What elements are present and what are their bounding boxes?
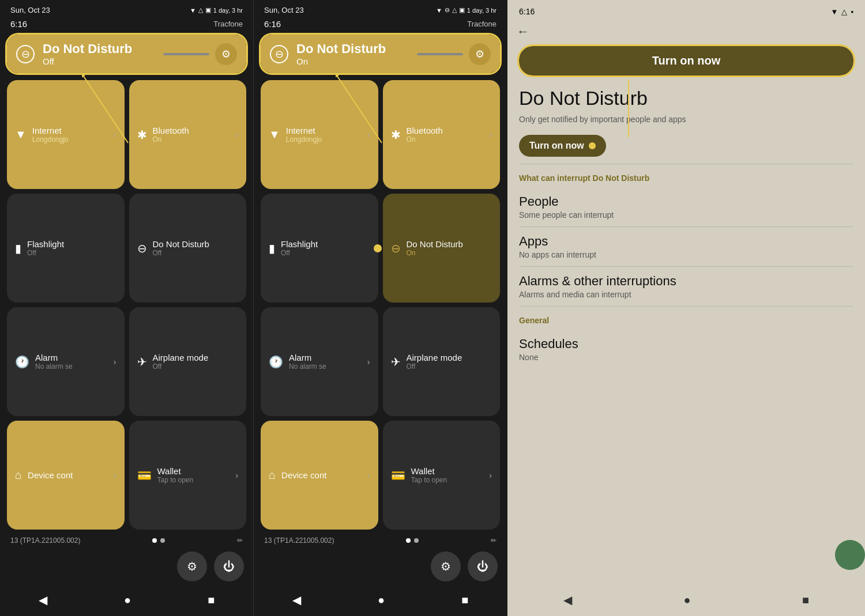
- settings-status-bar: 6:16 ▼ △ ▪: [507, 0, 865, 20]
- tile-airplane-1[interactable]: ✈ Airplane mode Off: [129, 307, 247, 416]
- airplane-tile-icon-1: ✈: [137, 355, 147, 369]
- edit-icon-2[interactable]: ✏: [491, 536, 497, 545]
- gear-button-1[interactable]: ⚙: [215, 43, 237, 65]
- wifi-icon-2: ▼: [436, 7, 442, 14]
- tiles-grid-1: ▼ Internet Longdongjo › ✱ Bluetooth On ›…: [0, 78, 253, 532]
- tile-wallet-1[interactable]: 💳 Wallet Tap to open ›: [129, 421, 247, 530]
- chevron-icon-wallet-2: ›: [489, 471, 492, 480]
- tile-bt-title-2: Bluetooth: [407, 126, 484, 135]
- edit-icon-1[interactable]: ✏: [237, 536, 243, 545]
- tile-airplane-sub-1: Off: [153, 362, 239, 371]
- tile-device-2[interactable]: ⌂ Device cont ›: [261, 421, 378, 530]
- people-heading: People: [519, 194, 853, 209]
- tile-airplane-2[interactable]: ✈ Airplane mode Off: [383, 307, 501, 416]
- tile-flashlight-text-1: Flashlight Off: [27, 239, 116, 257]
- tile-internet-1[interactable]: ▼ Internet Longdongjo ›: [7, 80, 125, 189]
- tile-device-1[interactable]: ⌂ Device cont ›: [7, 421, 125, 530]
- tile-alarm-sub-1: No alarm se: [35, 362, 108, 371]
- home-nav-2[interactable]: ●: [378, 594, 385, 607]
- tile-wallet-sub-1: Tap to open: [157, 476, 230, 484]
- turn-on-banner-label: Turn on now: [652, 54, 721, 67]
- apps-heading: Apps: [519, 234, 853, 249]
- what-can-interrupt-label: What can interrupt Do Not Disturb: [507, 164, 865, 187]
- green-fab[interactable]: [835, 540, 865, 570]
- alarms-section[interactable]: Alarms & other interruptions Alarms and …: [507, 267, 865, 306]
- people-section[interactable]: People Some people can interrupt: [507, 187, 865, 226]
- tile-bt-title-1: Bluetooth: [153, 126, 230, 135]
- back-nav-1[interactable]: ◀: [39, 593, 47, 607]
- settings-back-nav[interactable]: ◀: [563, 593, 572, 607]
- tile-flash-title-2: Flashlight: [281, 239, 370, 249]
- apps-section[interactable]: Apps No apps can interrupt: [507, 227, 865, 266]
- dnd-title-1: Do Not Disturb: [43, 41, 132, 56]
- tile-alarm-sub-2: No alarm se: [289, 362, 362, 371]
- wifi-tile-icon: ▼: [15, 128, 27, 141]
- settings-nav: ←: [507, 20, 865, 41]
- home-nav-1[interactable]: ●: [124, 594, 131, 607]
- tile-alarm-2[interactable]: 🕐 Alarm No alarm se ›: [261, 307, 378, 416]
- tile-device-text-2: Device cont: [281, 470, 362, 480]
- chevron-icon-internet-1: ›: [114, 130, 116, 139]
- turn-on-now-pill[interactable]: Turn on now: [519, 135, 606, 157]
- settings-title: Do Not Disturb: [507, 85, 865, 114]
- status-icons-1: ▼ △ ▣ 1 day, 3 hr: [190, 6, 243, 14]
- tile-device-title-2: Device cont: [281, 470, 362, 480]
- tile-dnd-text-1: Do Not Disturb Off: [153, 239, 239, 257]
- tile-device-text-1: Device cont: [28, 470, 108, 480]
- tile-dnd-1[interactable]: ⊖ Do Not Disturb Off: [129, 194, 247, 303]
- settings-time: 6:16: [519, 7, 535, 16]
- tile-flash-title-1: Flashlight: [27, 239, 116, 249]
- tile-device-title-1: Device cont: [28, 470, 108, 480]
- tile-alarm-text-1: Alarm No alarm se: [35, 353, 108, 371]
- turn-on-now-banner[interactable]: Turn on now: [519, 46, 853, 75]
- tile-alarm-title-2: Alarm: [289, 353, 362, 362]
- status-bar-1: Sun, Oct 23 ▼ △ ▣ 1 day, 3 hr: [0, 0, 253, 18]
- tile-dnd-2[interactable]: ⊖ Do Not Disturb On: [383, 194, 501, 303]
- tile-flashlight-1[interactable]: ▮ Flashlight Off: [7, 194, 125, 303]
- dnd-status-icon: ⊖: [445, 6, 450, 14]
- tile-wallet-2[interactable]: 💳 Wallet Tap to open ›: [383, 421, 501, 530]
- schedules-section[interactable]: Schedules None: [507, 330, 865, 369]
- tile-bluetooth-2[interactable]: ✱ Bluetooth On ›: [383, 80, 501, 189]
- tiles-grid-2: ▼ Internet Longdongjo › ✱ Bluetooth On ›…: [254, 78, 507, 532]
- phone-panel-1: Sun, Oct 23 ▼ △ ▣ 1 day, 3 hr 6:16 Tracf…: [0, 0, 254, 616]
- dnd-status-2: On: [296, 56, 386, 66]
- tile-alarm-1[interactable]: 🕐 Alarm No alarm se ›: [7, 307, 125, 416]
- dnd-header-2[interactable]: ⊖ Do Not Disturb On ⚙: [261, 35, 500, 73]
- tile-internet-2[interactable]: ▼ Internet Longdongjo ›: [261, 80, 378, 189]
- settings-recent-nav[interactable]: ■: [802, 594, 809, 607]
- tile-dnd-tile-title-2: Do Not Disturb: [407, 239, 492, 249]
- gear-button-2[interactable]: ⚙: [469, 43, 491, 65]
- tile-flash-sub-2: Off: [281, 249, 370, 257]
- tile-bluetooth-1[interactable]: ✱ Bluetooth On ›: [129, 80, 247, 189]
- signal-icon-2: △: [452, 6, 457, 14]
- dot-inactive-1: [160, 538, 165, 543]
- settings-fab-2[interactable]: ⚙: [431, 551, 461, 581]
- status-icons-2: ▼ ⊖ △ ▣ 1 day, 3 hr: [436, 6, 497, 14]
- bottom-controls-1: 13 (TP1A.221005.002) ✏: [0, 532, 253, 549]
- pill-annotation-dot: [589, 142, 596, 149]
- apps-sub: No apps can interrupt: [519, 250, 853, 259]
- settings-fab-1[interactable]: ⚙: [177, 551, 207, 581]
- status-bar-2: Sun, Oct 23 ▼ ⊖ △ ▣ 1 day, 3 hr: [254, 0, 507, 18]
- time-1: 6:16: [10, 19, 27, 29]
- chevron-icon-internet-2: ›: [367, 130, 370, 139]
- tile-airplane-title-2: Airplane mode: [407, 353, 492, 362]
- dnd-icon-1: ⊖: [16, 45, 35, 63]
- recent-nav-1[interactable]: ■: [208, 594, 215, 607]
- annotation-dot-flashlight: [374, 244, 382, 252]
- page-dots-1: [152, 538, 165, 543]
- settings-signal-icon: △: [841, 7, 847, 16]
- settings-home-nav[interactable]: ●: [683, 594, 690, 607]
- back-button[interactable]: ←: [517, 24, 529, 39]
- recent-nav-2[interactable]: ■: [461, 594, 468, 607]
- dnd-header-1[interactable]: ⊖ Do Not Disturb Off ⚙: [7, 35, 246, 73]
- wifi-tile-icon-2: ▼: [269, 128, 280, 141]
- power-fab-1[interactable]: ⏻: [214, 551, 244, 581]
- tile-flashlight-2[interactable]: ▮ Flashlight Off: [261, 194, 378, 303]
- tile-internet-title-1: Internet: [32, 126, 108, 135]
- alarms-heading: Alarms & other interruptions: [519, 274, 853, 289]
- power-fab-2[interactable]: ⏻: [468, 551, 498, 581]
- back-nav-2[interactable]: ◀: [292, 593, 301, 607]
- tile-bluetooth-text-2: Bluetooth On: [407, 126, 484, 143]
